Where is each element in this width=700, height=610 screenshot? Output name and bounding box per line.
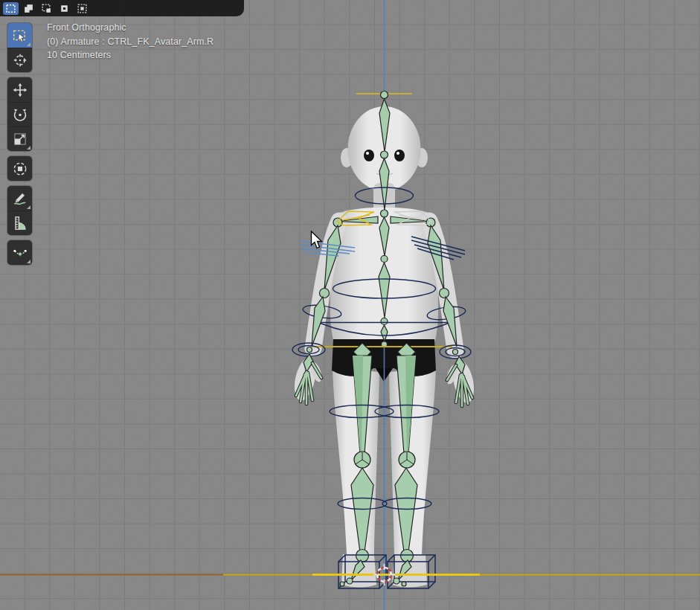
- bone-knee-left[interactable]: [399, 452, 415, 468]
- select-mode-subtract-button[interactable]: [39, 2, 54, 15]
- select-intersect-icon: [77, 3, 88, 14]
- pose-breakdowner-icon: [12, 245, 28, 261]
- active-object-label: (0) Armature : CTRL_FK_Avatar_Arm.R: [47, 35, 213, 49]
- select-extend-icon: [23, 3, 34, 14]
- select-invert-icon: [59, 3, 70, 14]
- move-icon: [12, 82, 28, 98]
- annotate-icon: [12, 190, 28, 207]
- tool-cursor[interactable]: [7, 48, 32, 72]
- viewport-overlay-text: Front Orthographic (0) Armature : CTRL_F…: [47, 21, 213, 62]
- transform-icon: [12, 161, 28, 177]
- tool-select-box[interactable]: [7, 23, 32, 48]
- viewport-scene: [0, 0, 700, 610]
- select-mode-extend-button[interactable]: [21, 2, 36, 15]
- select-mode-invert-button[interactable]: [57, 2, 72, 15]
- tool-annotate[interactable]: [7, 186, 32, 211]
- tool-measure[interactable]: [7, 211, 32, 235]
- select-mode-bar: [0, 0, 244, 16]
- select-mode-set-button[interactable]: [3, 2, 19, 15]
- select-subtract-icon: [41, 3, 52, 14]
- grid-scale-label: 10 Centimeters: [47, 48, 213, 62]
- tool-transform[interactable]: [7, 156, 32, 181]
- tool-scale[interactable]: [7, 126, 32, 151]
- bone-knee-right[interactable]: [354, 452, 370, 468]
- cursor-tool-icon: [12, 52, 28, 68]
- select-box-icon: [12, 28, 28, 44]
- tool-rotate[interactable]: [7, 102, 32, 126]
- tool-pose-breakdowner[interactable]: [7, 240, 32, 265]
- tool-move[interactable]: [7, 77, 32, 102]
- tool-toolbar: [7, 23, 32, 265]
- select-mode-intersect-button[interactable]: [74, 2, 90, 15]
- view-name-label: Front Orthographic: [47, 21, 213, 35]
- 3d-viewport[interactable]: Front Orthographic (0) Armature : CTRL_F…: [0, 0, 700, 610]
- select-set-icon: [5, 3, 16, 14]
- scale-icon: [12, 131, 28, 147]
- mouse-cursor: [310, 231, 325, 250]
- rotate-icon: [12, 106, 28, 123]
- measure-icon: [12, 215, 28, 231]
